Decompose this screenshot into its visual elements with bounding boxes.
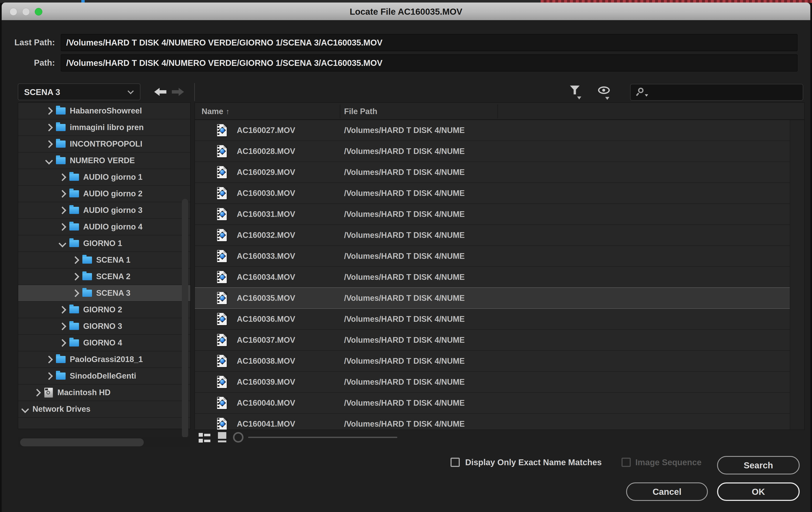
- location-dropdown[interactable]: SCENA 3: [18, 83, 140, 100]
- chevron-right-icon[interactable]: [59, 340, 66, 346]
- folder-icon: [56, 373, 66, 380]
- chevron-right-icon[interactable]: [59, 208, 66, 213]
- chevron-right-icon[interactable]: [46, 373, 52, 379]
- eye-pupil-icon: [602, 89, 605, 92]
- tree-item-incontropopoli[interactable]: INCONTROPOPOLI: [18, 136, 190, 153]
- file-row-ac160035.mov[interactable]: AC160035.MOV/Volumes/HARD T DISK 4/NUME: [195, 287, 790, 309]
- chevron-down-icon[interactable]: [59, 241, 66, 246]
- folder-icon: [56, 140, 66, 148]
- tree-item-habaneroshowreel[interactable]: HabaneroShowreel: [18, 103, 190, 119]
- chevron-right-icon[interactable]: [46, 141, 52, 147]
- file-row-ac160028.mov[interactable]: AC160028.MOV/Volumes/HARD T DISK 4/NUME: [195, 141, 790, 162]
- file-row-ac160032.mov[interactable]: AC160032.MOV/Volumes/HARD T DISK 4/NUME: [195, 225, 790, 246]
- file-name-cell: AC160027.MOV: [237, 120, 295, 140]
- tree-horizontal-scrollbar[interactable]: [20, 438, 144, 446]
- file-name-cell: AC160039.MOV: [237, 372, 295, 392]
- folder-icon: [69, 306, 79, 313]
- file-row-ac160039.mov[interactable]: AC160039.MOV/Volumes/HARD T DISK 4/NUME: [195, 372, 790, 393]
- file-name-cell: AC160031.MOV: [237, 204, 295, 224]
- tree-item-network-drives[interactable]: Network Drives: [18, 401, 190, 417]
- search-input[interactable]: [630, 84, 803, 101]
- file-row-ac160033.mov[interactable]: AC160033.MOV/Volumes/HARD T DISK 4/NUME: [195, 246, 790, 267]
- tree-item-label: AUDIO giorno 4: [83, 222, 143, 231]
- tree-item-paolograssi2018-1[interactable]: PaoloGrassi2018_1: [18, 351, 190, 368]
- chevron-right-icon[interactable]: [59, 174, 66, 180]
- file-row-ac160027.mov[interactable]: AC160027.MOV/Volumes/HARD T DISK 4/NUME: [195, 120, 790, 141]
- tree-item-sinododellegenti[interactable]: SinodoDelleGenti: [18, 368, 190, 384]
- tree-item-audio-giorno-1[interactable]: AUDIO giorno 1: [18, 169, 190, 186]
- chevron-down-icon[interactable]: [46, 158, 52, 163]
- chevron-right-icon[interactable]: [72, 274, 79, 279]
- tree-item-audio-giorno-2[interactable]: AUDIO giorno 2: [18, 186, 190, 202]
- tree-item-label: immagini libro pren: [70, 123, 144, 132]
- thumbnail-view-toggle-icon[interactable]: [218, 432, 227, 442]
- display-only-exact-name-matches-checkbox[interactable]: [451, 458, 460, 467]
- forward-arrow-button[interactable]: [172, 88, 184, 96]
- image-sequence-label: Image Sequence: [635, 457, 702, 467]
- column-header-file-path[interactable]: File Path: [344, 103, 377, 120]
- path-label: Path:: [7, 58, 55, 68]
- file-row-ac160038.mov[interactable]: AC160038.MOV/Volumes/HARD T DISK 4/NUME: [195, 351, 790, 372]
- chevron-right-icon[interactable]: [46, 125, 52, 130]
- chevron-right-icon[interactable]: [59, 307, 66, 313]
- filter-icon[interactable]: [570, 86, 580, 95]
- column-divider[interactable]: [497, 104, 498, 118]
- search-button[interactable]: Search: [717, 456, 800, 475]
- cancel-button[interactable]: Cancel: [626, 482, 708, 501]
- column-divider[interactable]: [340, 104, 340, 118]
- tree-item-label: AUDIO giorno 1: [83, 172, 143, 182]
- back-arrow-button[interactable]: [154, 88, 166, 96]
- tree-item-audio-giorno-4[interactable]: AUDIO giorno 4: [18, 219, 190, 235]
- path-field[interactable]: /Volumes/HARD T DISK 4/NUMERO VERDE/GIOR…: [61, 54, 798, 72]
- tree-item-macintosh-hd[interactable]: Macintosh HD: [18, 384, 190, 401]
- thumbnail-size-slider-track[interactable]: [248, 437, 397, 438]
- chevron-right-icon[interactable]: [46, 357, 52, 362]
- tree-item-scena-1[interactable]: SCENA 1: [18, 252, 190, 268]
- file-row-ac160031.mov[interactable]: AC160031.MOV/Volumes/HARD T DISK 4/NUME: [195, 204, 790, 225]
- tree-item-label: Macintosh HD: [57, 388, 110, 397]
- chevron-right-icon[interactable]: [46, 108, 52, 114]
- file-row-ac160034.mov[interactable]: AC160034.MOV/Volumes/HARD T DISK 4/NUME: [195, 267, 790, 288]
- chevron-right-icon[interactable]: [72, 291, 79, 296]
- chevron-down-icon[interactable]: [22, 406, 28, 412]
- ok-button[interactable]: OK: [717, 482, 800, 501]
- file-row-ac160041.mov[interactable]: AC160041.MOV/Volumes/HARD T DISK 4/NUME: [195, 414, 790, 430]
- column-header-name[interactable]: Name↑: [202, 103, 230, 120]
- movie-file-icon: [217, 418, 227, 430]
- folder-icon: [69, 323, 79, 330]
- file-name-cell: AC160041.MOV: [237, 414, 295, 430]
- tree-item-scena-3[interactable]: SCENA 3: [18, 285, 190, 302]
- file-path-cell: /Volumes/HARD T DISK 4/NUME: [344, 393, 465, 413]
- chevron-right-icon[interactable]: [34, 390, 40, 395]
- tree-item-giorno-4[interactable]: GIORNO 4: [18, 335, 190, 351]
- tree-vertical-scrollbar[interactable]: [182, 199, 188, 438]
- file-row-ac160036.mov[interactable]: AC160036.MOV/Volumes/HARD T DISK 4/NUME: [195, 309, 790, 330]
- file-row-ac160029.mov[interactable]: AC160029.MOV/Volumes/HARD T DISK 4/NUME: [195, 162, 790, 183]
- tree-item-giorno-1[interactable]: GIORNO 1: [18, 235, 190, 252]
- image-sequence-checkbox[interactable]: [621, 458, 631, 467]
- file-path-cell: /Volumes/HARD T DISK 4/NUME: [344, 288, 465, 308]
- chevron-right-icon[interactable]: [59, 324, 66, 329]
- file-path-cell: /Volumes/HARD T DISK 4/NUME: [344, 225, 465, 245]
- tree-item-numero-verde[interactable]: NUMERO VERDE: [18, 153, 190, 169]
- chevron-right-icon[interactable]: [72, 258, 79, 263]
- tree-item-audio-giorno-3[interactable]: AUDIO giorno 3: [18, 202, 190, 219]
- tree-item-label: AUDIO giorno 2: [83, 189, 143, 198]
- list-view-toggle-icon[interactable]: [199, 433, 210, 443]
- tree-item-scena-2[interactable]: SCENA 2: [18, 268, 190, 285]
- tree-item-giorno-3[interactable]: GIORNO 3: [18, 318, 190, 335]
- tree-item-giorno-2[interactable]: GIORNO 2: [18, 302, 190, 318]
- thumbnail-size-slider-knob[interactable]: [233, 432, 243, 442]
- location-dropdown-value: SCENA 3: [24, 87, 60, 97]
- tree-item-label: NUMERO VERDE: [70, 156, 135, 165]
- file-row-ac160040.mov[interactable]: AC160040.MOV/Volumes/HARD T DISK 4/NUME: [195, 393, 790, 414]
- file-row-ac160030.mov[interactable]: AC160030.MOV/Volumes/HARD T DISK 4/NUME: [195, 183, 790, 204]
- file-name-cell: AC160032.MOV: [237, 225, 295, 245]
- last-path-label: Last Path:: [7, 38, 55, 47]
- movie-file-icon: [217, 166, 227, 178]
- file-path-cell: /Volumes/HARD T DISK 4/NUME: [344, 372, 465, 392]
- chevron-right-icon[interactable]: [59, 224, 66, 230]
- tree-item-immagini-libro-pren[interactable]: immagini libro pren: [18, 119, 190, 136]
- chevron-right-icon[interactable]: [59, 191, 66, 196]
- file-row-ac160037.mov[interactable]: AC160037.MOV/Volumes/HARD T DISK 4/NUME: [195, 330, 790, 351]
